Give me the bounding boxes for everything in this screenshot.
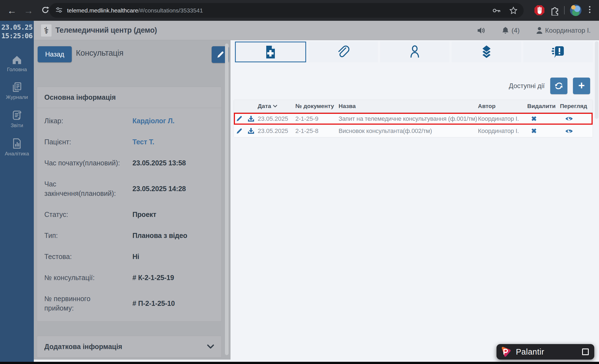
caduceus-logo-icon: ⚕ (41, 24, 52, 37)
browser-forward-icon[interactable]: → (24, 6, 33, 15)
field-patient: Пацієнт: Тест Т. (37, 131, 221, 152)
field-type: Тип: Планова з відео (37, 225, 221, 246)
table-row[interactable]: 23.05.2025 2-1-25-8 Висновок консультант… (234, 125, 593, 137)
tab-layers[interactable] (452, 42, 521, 62)
sidebar-item-label: Аналітика (5, 151, 29, 157)
home-icon (12, 55, 22, 65)
bookmark-star-icon[interactable] (501, 6, 518, 15)
app-title: Телемедичний центр (демо) (55, 26, 157, 35)
notifications-button[interactable]: (4) (501, 26, 519, 35)
sidebar: 23.05.25 15:25:06 Головна Журнали (0, 21, 34, 362)
site-info-icon[interactable] (55, 6, 63, 15)
sidebar-item-analytics[interactable]: Аналітика (0, 138, 34, 157)
tab-participants[interactable] (380, 42, 450, 62)
edit-document-icon[interactable] (234, 128, 244, 134)
patient-link[interactable]: Тест Т. (132, 138, 154, 146)
browser-back-icon[interactable]: ← (7, 6, 17, 15)
palantir-restore-icon[interactable] (582, 348, 589, 355)
pencil-icon (217, 51, 224, 58)
column-header-doc-number[interactable]: № документу (295, 103, 339, 109)
right-panel-scrollbar[interactable] (595, 41, 598, 119)
user-menu[interactable]: Координатор І. (536, 27, 591, 34)
cell-doc-number: 2-1-25-9 (295, 115, 339, 122)
tab-attachments[interactable] (308, 42, 378, 62)
table-row[interactable]: 23.05.2025 2-1-25-9 Запит на телемедичне… (234, 113, 593, 125)
cell-name: Висновок консультанта(ф.002/тм) (339, 127, 478, 135)
cell-date: 23.05.2025 (258, 127, 295, 135)
edit-document-icon[interactable] (234, 116, 244, 122)
browser-profile-avatar[interactable] (570, 4, 582, 16)
adblocker-extension-icon[interactable] (534, 5, 545, 16)
column-header-name[interactable]: Назва (339, 103, 478, 109)
view-document-icon[interactable] (560, 128, 593, 134)
palantir-logo-icon (500, 346, 512, 358)
address-bar[interactable]: telemed.medlink.healthcare/#/consultatio… (49, 3, 524, 18)
browser-menu-icon[interactable] (589, 6, 590, 13)
field-value: Ні (132, 253, 139, 261)
browser-reload-icon[interactable] (42, 6, 49, 15)
field-status: Статус: Проект (37, 204, 221, 225)
field-value: 23.05.2025 14:28 (132, 185, 186, 193)
refresh-button[interactable] (550, 78, 567, 94)
chevron-down-icon (207, 344, 214, 349)
field-label: Тестова: (44, 252, 132, 261)
extensions-puzzle-icon[interactable] (550, 6, 560, 16)
actions-label: Доступні дії (509, 82, 545, 90)
field-primary-number: № первинного прийому: # П-2-1-25-10 (37, 288, 221, 319)
main-info-card: Основна інформація Лікар: Кардіолог Л. П… (37, 87, 222, 322)
cell-date: 23.05.2025 (258, 115, 295, 122)
field-label: Час початку(плановий): (44, 158, 132, 168)
page-title: Консультація (76, 48, 123, 58)
sidebar-item-home[interactable]: Головна (0, 55, 34, 73)
sidebar-item-journals[interactable]: Журнали (0, 82, 34, 100)
delete-document-icon[interactable]: ✖ (527, 127, 560, 135)
journals-icon (11, 82, 22, 93)
download-document-icon[interactable] (244, 128, 258, 134)
documents-panel: Доступні дії + Дата (231, 40, 599, 360)
column-header-author[interactable]: Автор (478, 103, 527, 109)
field-test: Тестова: Ні (37, 246, 221, 267)
column-header-date[interactable]: Дата (258, 103, 295, 109)
back-button[interactable]: Назад (38, 46, 72, 62)
app-header: ⚕ Телемедичний центр (демо) (4) (34, 21, 599, 40)
password-key-icon[interactable] (484, 6, 501, 15)
doctor-link[interactable]: Кардіолог Л. (132, 117, 175, 125)
palantir-widget[interactable]: Palantir (496, 344, 594, 360)
cell-author: Координатор І. (478, 127, 527, 135)
chat-alert-icon (551, 45, 565, 59)
clock-date: 23.05.25 (0, 23, 34, 32)
left-panel-scrollbar[interactable] (225, 43, 229, 355)
sort-desc-icon (273, 105, 277, 108)
field-label: Статус: (44, 210, 132, 219)
field-end-time: Час закінчення(плановий): 23.05.2025 14:… (37, 173, 221, 204)
download-document-icon[interactable] (244, 116, 258, 122)
main-info-title: Основна інформація (44, 93, 116, 101)
additional-info-title: Додаткова інформація (44, 343, 122, 351)
palantir-label: Palantir (516, 347, 544, 357)
toolbar-divider (564, 6, 565, 14)
tab-documents[interactable] (235, 42, 306, 62)
sidebar-item-label: Журнали (6, 94, 28, 100)
field-start-time: Час початку(плановий): 23.05.2025 13:58 (37, 152, 221, 173)
sidebar-item-reports[interactable]: Звіти (0, 110, 34, 129)
reports-icon (11, 110, 22, 121)
sidebar-clock: 23.05.25 15:25:06 (0, 23, 34, 40)
window-bottom-edge (0, 362, 599, 364)
add-document-button[interactable]: + (573, 78, 590, 94)
delete-document-icon[interactable]: ✖ (527, 115, 560, 123)
tab-messages[interactable] (523, 42, 593, 62)
person-icon (408, 45, 422, 59)
medical-file-icon (264, 45, 277, 59)
url-text[interactable]: telemed.medlink.healthcare/#/consultatio… (67, 7, 203, 14)
field-label: Час закінчення(плановий): (44, 179, 132, 198)
sound-toggle[interactable] (477, 27, 485, 34)
app-window: 23.05.25 15:25:06 Головна Журнали (0, 21, 599, 362)
view-document-icon[interactable] (560, 116, 593, 122)
additional-info-card[interactable]: Додаткова інформація (37, 336, 222, 358)
layers-icon (480, 45, 493, 59)
consultation-panel: Назад Консультація Основна інформація Лі… (34, 40, 231, 360)
field-value: # П-2-1-25-10 (132, 299, 175, 307)
field-value: 23.05.2025 13:58 (132, 159, 186, 167)
field-doctor: Лікар: Кардіолог Л. (37, 110, 221, 131)
main-info-header: Основна інформація (37, 87, 221, 108)
